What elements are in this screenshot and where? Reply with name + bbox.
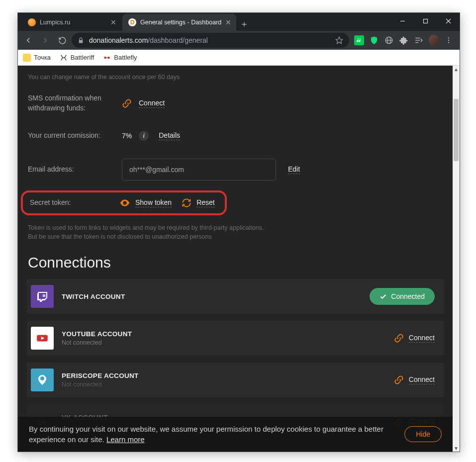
row-commission: Your current comission: 7% i Details [18,122,453,150]
extension-globe-icon[interactable] [384,35,394,45]
close-icon[interactable]: ✕ [225,19,231,26]
connections-header: Connections [18,241,453,279]
email-input[interactable]: oh***@gmail.com [122,159,276,181]
svg-point-12 [448,40,449,41]
chain-icon [394,333,404,343]
connection-card-periscope: PERISCOPE ACCOUNT Not connected Connect [27,363,444,397]
twitch-connected-pill[interactable]: Connected [370,288,435,305]
learn-more-link[interactable]: Learn more [106,435,145,444]
browser-window: Lumpics.ru ✕ D General settings - Dashbo… [17,12,460,452]
extension-shield-icon[interactable] [369,35,379,45]
row-email: Email address: oh***@gmail.com Edit [18,150,453,189]
reading-list-icon[interactable] [414,35,424,45]
email-edit-link[interactable]: Edit [288,165,300,174]
youtube-status: Not connected [62,339,386,346]
token-hint-1: Token is used to form links to widgets a… [28,224,443,231]
youtube-icon [31,327,54,350]
reload-button[interactable] [55,33,70,48]
kebab-menu-icon[interactable] [444,35,454,45]
svg-rect-1 [423,19,427,23]
tab-lumpics[interactable]: Lumpics.ru ✕ [22,14,121,31]
maximize-button[interactable] [414,13,437,29]
eye-icon [119,197,130,208]
minimize-button[interactable] [391,13,414,29]
cookie-banner: By continuing your visit on our website,… [18,417,453,452]
reset-token-button[interactable]: Reset [182,198,215,208]
connected-label: Connected [391,292,425,300]
cookie-text: By continuing your visit on our website,… [29,424,394,445]
connect-label: Connect [409,334,435,343]
svg-point-11 [448,37,449,38]
titlebar: Lumpics.ru ✕ D General settings - Dashbo… [18,13,460,31]
page-content: You can change name of the account once … [18,66,453,452]
check-icon [380,293,387,300]
email-label: Email address: [28,165,115,175]
periscope-connect-button[interactable]: Connect [394,375,435,385]
youtube-title: YOUTUBE ACCOUNT [62,330,386,338]
scroll-up-arrow[interactable]: ▲ [453,66,460,73]
svg-point-14 [124,202,126,204]
secret-token-label: Secret token: [30,198,109,208]
youtube-connect-button[interactable]: Connect [394,333,435,343]
bookmark-label: Точка [34,54,51,61]
token-hint-2: But be sure that the token is not disclo… [28,233,443,240]
battlefly-icon [103,54,111,62]
chain-icon [122,98,132,108]
back-button[interactable] [21,33,36,48]
periscope-status: Not connected [62,381,386,388]
battleriff-icon [60,54,68,62]
tab-dashboard[interactable]: D General settings - Dashboard ✕ [122,14,236,31]
bookmarks-bar: Точка Battleriff Battlefly [18,50,460,66]
address-bar[interactable]: donationalerts.com/dashboard/general [72,33,349,48]
vertical-scrollbar[interactable]: ▲ ▼ [453,66,460,452]
favicon-lumpics [28,18,36,26]
browser-toolbar: donationalerts.com/dashboard/general [18,31,460,50]
svg-point-17 [42,377,44,379]
bookmark-battlefly[interactable]: Battlefly [103,54,137,62]
folder-icon [23,54,31,62]
sms-connect-link[interactable]: Connect [139,99,165,108]
bookmark-star-icon[interactable] [335,36,343,44]
cookie-hide-button[interactable]: Hide [404,426,442,442]
secret-token-highlight: Secret token: Show token Reset [21,190,227,215]
svg-marker-4 [336,37,342,43]
sms-label: SMS confirmation when withdrawing funds: [28,93,115,113]
bookmark-tochka[interactable]: Точка [23,54,51,62]
extensions-puzzle-icon[interactable] [399,35,409,45]
extensions-area [351,35,457,45]
extension-green-icon[interactable] [354,35,364,45]
show-token-button[interactable]: Show token [119,197,172,208]
close-icon[interactable]: ✕ [110,19,116,26]
periscope-title: PERISCOPE ACCOUNT [62,372,386,379]
connection-card-twitch: TWITCH ACCOUNT Connected [27,279,444,314]
scroll-down-arrow[interactable]: ▼ [453,445,460,452]
tab-title: Lumpics.ru [40,19,106,26]
row-sms-confirmation: SMS confirmation when withdrawing funds:… [18,85,453,122]
page-viewport: You can change name of the account once … [18,66,460,452]
connect-label: Connect [409,375,435,384]
commission-details-link[interactable]: Details [159,131,180,140]
periscope-icon [31,369,54,391]
show-token-label: Show token [135,198,172,207]
refresh-icon [182,198,191,208]
chain-icon [394,375,404,385]
commission-value: 7% [122,132,132,140]
info-icon[interactable]: i [139,131,149,141]
new-tab-button[interactable]: ＋ [237,17,251,31]
twitch-title: TWITCH ACCOUNT [62,293,362,300]
bookmark-label: Battlefly [114,54,137,61]
bookmark-label: Battleriff [71,54,94,61]
forward-button[interactable] [38,33,53,48]
scrollbar-thumb[interactable] [454,99,459,161]
close-button[interactable] [437,13,460,29]
url-text: donationalerts.com/dashboard/general [89,36,208,44]
bookmark-battleriff[interactable]: Battleriff [60,54,94,62]
profile-avatar[interactable] [429,35,439,45]
connection-card-youtube: YOUTUBE ACCOUNT Not connected Connect [27,321,444,356]
tab-strip: Lumpics.ru ✕ D General settings - Dashbo… [22,14,251,31]
reset-token-label: Reset [196,198,215,207]
svg-point-13 [448,42,449,43]
tab-title: General settings - Dashboard [140,19,221,26]
window-controls [391,13,460,29]
email-value: oh***@gmail.com [129,166,184,174]
